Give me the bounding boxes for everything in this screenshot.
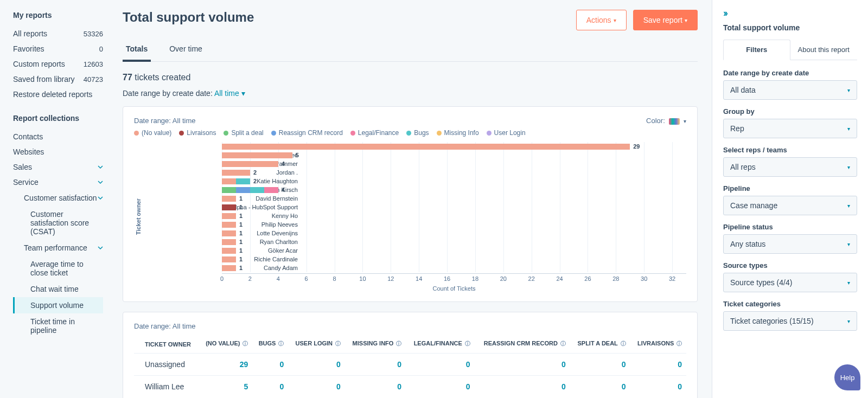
chevron-down-icon: ▾	[847, 280, 850, 286]
table-header[interactable]: (NO VALUE) ⓘ	[199, 335, 252, 354]
table-card: Date range: All time TICKET OWNER(NO VAL…	[123, 312, 698, 398]
legend-item: Bugs	[406, 129, 429, 137]
bar-row: Candy Adam1	[222, 264, 686, 272]
collection-item[interactable]: Websites	[13, 144, 103, 159]
collection-subitem[interactable]: Customer satisfaction score (CSAT)	[13, 206, 103, 240]
bar-row: Brandon Kirsch4	[222, 185, 686, 194]
legend-item: (No value)	[134, 129, 171, 137]
filter-label: Group by	[723, 107, 857, 115]
info-icon: ⓘ	[277, 341, 284, 346]
filter-label: Select reps / teams	[723, 146, 857, 154]
sidebar-item[interactable]: Favorites0	[13, 41, 103, 56]
main-content: Total support volume Actions▾ Save repor…	[108, 0, 712, 398]
legend-item: Missing Info	[437, 129, 479, 137]
color-picker[interactable]: Color: ▾	[646, 117, 686, 125]
bar-row: Jordan .2	[222, 168, 686, 177]
collection-item[interactable]: Sales	[13, 159, 103, 175]
collection-item[interactable]: Service	[13, 175, 103, 190]
tab-about[interactable]: About this report	[790, 40, 858, 60]
table-header[interactable]: LEGAL/FINANCE ⓘ	[406, 335, 475, 354]
filter-select[interactable]: Any status▾	[723, 234, 857, 254]
bar-row: William Lee5	[222, 151, 686, 159]
chart-bars: Unassigned29William Lee5Joe Krammer4Jord…	[143, 142, 686, 272]
legend-item: User Login	[487, 129, 526, 137]
bar-row: Joe Krammer4	[222, 159, 686, 168]
collection-subitem[interactable]: Average time to close ticket	[13, 256, 103, 281]
legend-item: Livraisons	[179, 129, 216, 137]
date-range-dropdown[interactable]: All time ▾	[214, 89, 245, 98]
tab-overtime[interactable]: Over time	[166, 38, 206, 61]
right-panel: ›› Total support volume Filters About th…	[712, 0, 868, 398]
bar-row: Lotte Devenijns1	[222, 229, 686, 237]
filter-select[interactable]: All data▾	[723, 80, 857, 100]
chevron-down-icon: ▾	[614, 17, 616, 23]
sidebar-item[interactable]: Custom reports12603	[13, 56, 103, 72]
x-axis-label: Count of Tickets	[222, 285, 686, 292]
y-axis-label: Ticket owner	[134, 198, 143, 235]
sidebar-item[interactable]: Restore deleted reports	[13, 87, 103, 102]
bar-row: Ryan Charlton1	[222, 237, 686, 246]
info-icon: ⓘ	[619, 341, 626, 346]
table-header[interactable]: MISSING INFO ⓘ	[345, 335, 406, 354]
table-header[interactable]: SPLIT A DEAL ⓘ	[570, 335, 630, 354]
legend-item: Split a deal	[224, 129, 263, 137]
bar-row: Alpna - HubSpot Support1	[222, 203, 686, 211]
left-sidebar: My reports All reports53326Favorites0Cus…	[0, 0, 108, 398]
color-swatch-icon	[669, 118, 680, 125]
chevron-down-icon: ▾	[847, 203, 850, 209]
filter-label: Pipeline	[723, 184, 857, 192]
legend-item: Legal/Finance	[350, 129, 399, 137]
x-axis: 02468101214161820222426283032	[222, 273, 686, 282]
date-range-filter: Date range by create date: All time ▾	[123, 89, 698, 98]
filter-select[interactable]: Rep▾	[723, 119, 857, 138]
table-row: Unassigned290000000	[134, 354, 686, 376]
filter-label: Ticket categories	[723, 300, 857, 308]
table-header[interactable]: LIVRAISONS ⓘ	[630, 335, 686, 354]
chevron-down-icon: ▾	[241, 89, 245, 98]
bar-row: Richie Cardinale1	[222, 255, 686, 264]
help-button[interactable]: Help	[834, 364, 860, 390]
collection-subitem[interactable]: Support volume	[13, 297, 103, 313]
tab-totals[interactable]: Totals	[123, 38, 151, 62]
table-header[interactable]: BUGS ⓘ	[252, 335, 288, 354]
bar-row: Kenny Ho1	[222, 211, 686, 220]
chevron-down-icon: ▾	[684, 118, 686, 124]
table-header[interactable]: REASSIGN CRM RECORD ⓘ	[475, 335, 570, 354]
actions-button[interactable]: Actions▾	[576, 10, 627, 30]
table-header[interactable]: TICKET OWNER	[134, 335, 199, 354]
chart-legend: (No value)LivraisonsSplit a dealReassign…	[134, 129, 686, 137]
filter-select[interactable]: All reps▾	[723, 157, 857, 177]
collection-subitem[interactable]: Customer satisfaction	[13, 190, 103, 206]
info-icon: ⓘ	[463, 341, 470, 346]
info-icon: ⓘ	[675, 341, 682, 346]
filter-select[interactable]: Source types (4/4)▾	[723, 273, 857, 292]
collection-subitem[interactable]: Ticket time in pipeline	[13, 313, 103, 338]
right-panel-title: Total support volume	[723, 23, 857, 32]
chevron-down-icon: ▾	[847, 318, 850, 324]
report-tabs: Totals Over time	[123, 38, 698, 62]
collection-subitem[interactable]: Chat wait time	[13, 281, 103, 297]
filter-label: Date range by create date	[723, 69, 857, 77]
info-icon: ⓘ	[559, 341, 566, 346]
tab-filters[interactable]: Filters	[723, 40, 790, 60]
chevron-down-icon: ▾	[685, 17, 687, 23]
page-title: Total support volume	[123, 10, 254, 25]
collection-item[interactable]: Contacts	[13, 129, 103, 144]
report-collections-heading: Report collections	[13, 114, 103, 123]
sidebar-item[interactable]: Saved from library40723	[13, 72, 103, 87]
bar-row: Göker Acar1	[222, 246, 686, 255]
expand-panel-icon[interactable]: ››	[723, 8, 857, 19]
info-icon: ⓘ	[241, 341, 248, 346]
filter-select[interactable]: Ticket categories (15/15)▾	[723, 311, 857, 331]
filter-select[interactable]: Case manage▾	[723, 196, 857, 215]
sidebar-item[interactable]: All reports53326	[13, 26, 103, 41]
table-header[interactable]: USER LOGIN ⓘ	[288, 335, 345, 354]
chart-card: Date range: All time Color: ▾ (No value)…	[123, 106, 698, 302]
chevron-down-icon: ▾	[847, 241, 850, 247]
collection-subitem[interactable]: Team performance	[13, 240, 103, 256]
save-report-button[interactable]: Save report▾	[633, 10, 698, 30]
my-reports-heading: My reports	[13, 11, 103, 20]
data-table: TICKET OWNER(NO VALUE) ⓘBUGS ⓘUSER LOGIN…	[134, 335, 686, 397]
chevron-down-icon: ▾	[847, 164, 850, 170]
bar-row: Unassigned29	[222, 142, 686, 151]
